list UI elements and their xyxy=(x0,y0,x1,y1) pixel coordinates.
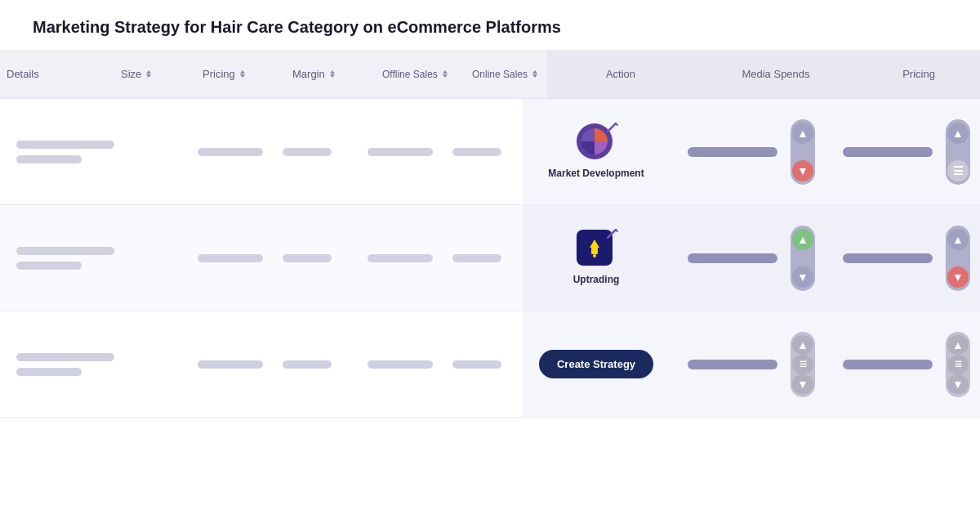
media-cell-3: ▲ ☰ ▼ xyxy=(670,311,833,417)
placeholder-bar xyxy=(452,148,501,156)
header-offline-sales[interactable]: Offline Sales xyxy=(376,50,466,98)
media-bar-3 xyxy=(688,360,777,369)
media-down-btn-3[interactable]: ▼ xyxy=(792,374,813,394)
table-header: Details Size Pricing Margin xyxy=(0,50,980,99)
cell-margin-3 xyxy=(276,360,361,369)
pricing2-bar-3 xyxy=(843,360,933,369)
right-group-3: Create Strategy ▲ ☰ ▼ xyxy=(523,311,980,417)
edit-pencil-icon-2 xyxy=(604,226,619,241)
pricing2-down-btn-2[interactable]: ▼ xyxy=(947,266,969,288)
header-right: Action Media Spends Pricing xyxy=(547,50,980,98)
action-cell-2: Uptrading xyxy=(523,205,670,311)
media-slider-1[interactable]: ▲ ▼ xyxy=(791,119,815,185)
right-group-2: Uptrading ▲ ▼ xyxy=(523,205,980,311)
placeholder-bar xyxy=(198,360,263,369)
table-row: Create Strategy ▲ ☰ ▼ xyxy=(0,311,980,418)
cell-offline-2 xyxy=(361,254,446,262)
pricing2-down-btn-3[interactable]: ▼ xyxy=(947,374,969,394)
page-title: Marketing Strategy for Hair Care Categor… xyxy=(0,0,980,50)
media-slider-2[interactable]: ▲ ▼ xyxy=(791,226,815,291)
media-bar-indicator xyxy=(688,253,777,263)
offline-sort-icon xyxy=(443,70,448,78)
pricing2-up-btn-3[interactable]: ▲ xyxy=(947,335,969,355)
svg-rect-5 xyxy=(591,248,598,254)
cell-margin-2 xyxy=(276,254,361,262)
cell-pricing-2 xyxy=(191,254,276,262)
media-cell-1: ▲ ▼ xyxy=(670,99,833,204)
header-pricing[interactable]: Pricing xyxy=(196,50,286,98)
cell-pricing-1 xyxy=(191,148,276,156)
page-container: Marketing Strategy for Hair Care Categor… xyxy=(0,0,980,510)
pricing2-bar-indicator xyxy=(843,147,933,157)
pricing2-down-btn-1[interactable]: ☰ xyxy=(947,160,969,181)
cell-margin-1 xyxy=(276,148,361,156)
table-body: Market Development ▲ ▼ xyxy=(0,99,980,510)
header-margin[interactable]: Margin xyxy=(286,50,376,98)
media-bar-1 xyxy=(688,147,777,157)
placeholder-bar xyxy=(368,254,433,262)
placeholder-bar xyxy=(368,360,433,369)
header-action: Action xyxy=(547,50,694,98)
placeholder-bar xyxy=(283,254,332,262)
svg-line-7 xyxy=(608,230,616,238)
cell-online-3 xyxy=(446,360,523,369)
cell-details-1 xyxy=(0,141,114,163)
header-left: Details Size Pricing Margin xyxy=(0,50,547,98)
placeholder-bar xyxy=(452,360,501,369)
media-slider-3[interactable]: ▲ ☰ ▼ xyxy=(791,332,815,397)
pricing2-slider-1[interactable]: ▲ ☰ xyxy=(946,119,970,185)
media-down-btn-1[interactable]: ▼ xyxy=(792,160,813,181)
media-eq-btn-3[interactable]: ☰ xyxy=(792,355,813,374)
cell-details-2 xyxy=(0,247,114,270)
pricing2-bar-indicator xyxy=(843,253,933,263)
table-wrapper: Details Size Pricing Margin xyxy=(0,50,980,510)
cell-online-2 xyxy=(446,254,523,262)
placeholder-bar xyxy=(452,254,501,262)
size-sort-icon xyxy=(146,70,151,78)
svg-line-2 xyxy=(616,123,617,125)
svg-line-1 xyxy=(608,123,616,132)
placeholder-bar xyxy=(198,148,263,156)
media-up-btn-2[interactable]: ▲ xyxy=(792,229,813,250)
media-bar-indicator xyxy=(688,147,777,157)
table-row: Uptrading ▲ ▼ xyxy=(0,205,980,311)
header-details: Details xyxy=(0,50,114,98)
pricing2-eq-btn-3[interactable]: ☰ xyxy=(947,355,969,374)
header-pricing2: Pricing xyxy=(858,50,980,98)
pricing2-cell-1: ▲ ☰ xyxy=(833,99,980,204)
right-group-1: Market Development ▲ ▼ xyxy=(523,99,980,204)
action-label-1: Market Development xyxy=(548,168,644,181)
svg-point-6 xyxy=(593,254,596,257)
cell-details-3 xyxy=(0,353,114,376)
cell-pricing-3 xyxy=(191,360,276,369)
action-icon-wrapper-2 xyxy=(577,230,616,269)
pricing2-slider-2[interactable]: ▲ ▼ xyxy=(946,226,970,291)
media-up-btn-3[interactable]: ▲ xyxy=(792,335,813,355)
table-row: Market Development ▲ ▼ xyxy=(0,99,980,205)
cell-offline-1 xyxy=(361,148,446,156)
online-sort-icon xyxy=(532,70,537,78)
media-bar-2 xyxy=(688,253,777,263)
pricing2-slider-3[interactable]: ▲ ☰ ▼ xyxy=(946,332,970,397)
pricing2-up-btn-1[interactable]: ▲ xyxy=(947,123,969,144)
placeholder-bar xyxy=(16,141,114,149)
header-online-sales[interactable]: Online Sales xyxy=(466,50,547,98)
placeholder-bar xyxy=(16,247,114,255)
placeholder-bar xyxy=(368,148,433,156)
placeholder-bar xyxy=(16,368,82,376)
pricing2-cell-2: ▲ ▼ xyxy=(833,205,980,311)
create-strategy-button[interactable]: Create Strategy xyxy=(539,350,653,378)
pricing-sort-icon xyxy=(240,70,245,78)
placeholder-bar xyxy=(16,262,82,270)
action-label-2: Uptrading xyxy=(573,274,620,287)
margin-sort-icon xyxy=(330,70,335,78)
pricing2-bar-indicator xyxy=(843,360,933,369)
placeholder-bar xyxy=(283,360,332,369)
cell-offline-3 xyxy=(361,360,446,369)
header-size[interactable]: Size xyxy=(114,50,196,98)
media-down-btn-2[interactable]: ▼ xyxy=(792,266,813,288)
media-up-btn-1[interactable]: ▲ xyxy=(792,123,813,144)
pricing2-cell-3: ▲ ☰ ▼ xyxy=(833,311,980,417)
pricing2-up-btn-2[interactable]: ▲ xyxy=(947,229,969,250)
edit-pencil-icon-1 xyxy=(604,120,619,135)
